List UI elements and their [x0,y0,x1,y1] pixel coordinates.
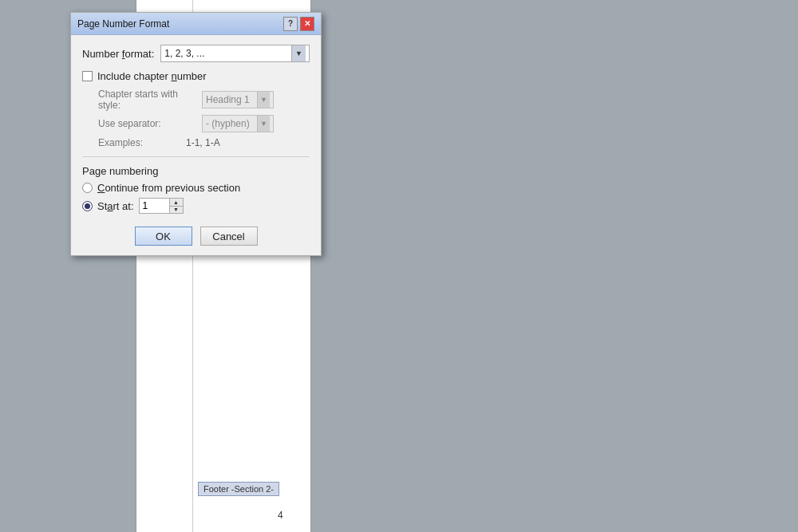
number-format-row: Number format: 1, 2, 3, ... ▼ [82,45,310,62]
examples-row: Examples: 1-1, 1-A [82,137,310,148]
dialog-content: Number format: 1, 2, 3, ... ▼ Include ch… [71,35,321,255]
separator-arrow: ▼ [257,116,270,132]
continue-radio-row[interactable]: Continue from previous section [82,182,310,194]
cancel-button[interactable]: Cancel [200,227,258,246]
number-format-dropdown[interactable]: 1, 2, 3, ... ▼ [160,45,310,62]
examples-label: Examples: [82,137,186,148]
number-format-value: 1, 2, 3, ... [164,48,291,59]
ok-button[interactable]: OK [135,227,192,246]
page-numbering-section: Page numbering Continue from previous se… [82,165,310,214]
start-at-spinner: ▲ ▼ [169,198,184,214]
dialog-titlebar: Page Number Format ? ✕ [71,13,321,35]
chapter-options-section: Chapter starts with style: Heading 1 ▼ U… [82,89,310,132]
include-chapter-row[interactable]: Include chapter number [82,70,310,82]
include-chapter-checkbox[interactable] [82,71,93,81]
separator-divider [82,156,310,157]
spinner-up-button[interactable]: ▲ [170,199,183,207]
help-button[interactable]: ? [283,17,298,31]
examples-value: 1-1, 1-A [186,137,220,148]
separator-value: - (hyphen) [206,118,250,129]
dialog-title: Page Number Format [77,18,169,30]
number-format-label: Number format: [82,48,154,60]
chapter-style-arrow: ▼ [257,92,270,108]
separator-dropdown: - (hyphen) ▼ [202,115,274,132]
include-chapter-label: Include chapter number [97,70,207,82]
close-button[interactable]: ✕ [300,17,314,31]
page-number-format-dialog: Page Number Format ? ✕ Number format: 1,… [70,12,322,256]
chapter-style-value: Heading 1 [206,94,250,105]
titlebar-buttons: ? ✕ [283,17,314,31]
chapter-style-row: Chapter starts with style: Heading 1 ▼ [98,89,310,111]
separator-row: Use separator: - (hyphen) ▼ [98,115,310,132]
spinner-down-button[interactable]: ▼ [170,207,183,214]
number-format-arrow: ▼ [291,45,306,61]
separator-label: Use separator: [98,118,202,129]
chapter-style-dropdown: Heading 1 ▼ [202,91,274,108]
button-row: OK Cancel [82,223,310,246]
start-at-radio-button[interactable] [82,201,93,211]
continue-radio-button[interactable] [82,183,93,193]
start-at-input-container: ▲ ▼ [139,198,184,214]
continue-radio-label: Continue from previous section [97,182,240,194]
page-numbering-title: Page numbering [82,165,310,177]
chapter-style-label: Chapter starts with style: [98,89,202,111]
page-number: 4 [278,510,283,521]
footer-label: Footer -Section 2- [198,482,279,496]
start-at-row[interactable]: Start at: ▲ ▼ [82,198,310,214]
start-at-input[interactable] [139,198,169,214]
start-at-radio-label: Start at: [97,200,134,212]
